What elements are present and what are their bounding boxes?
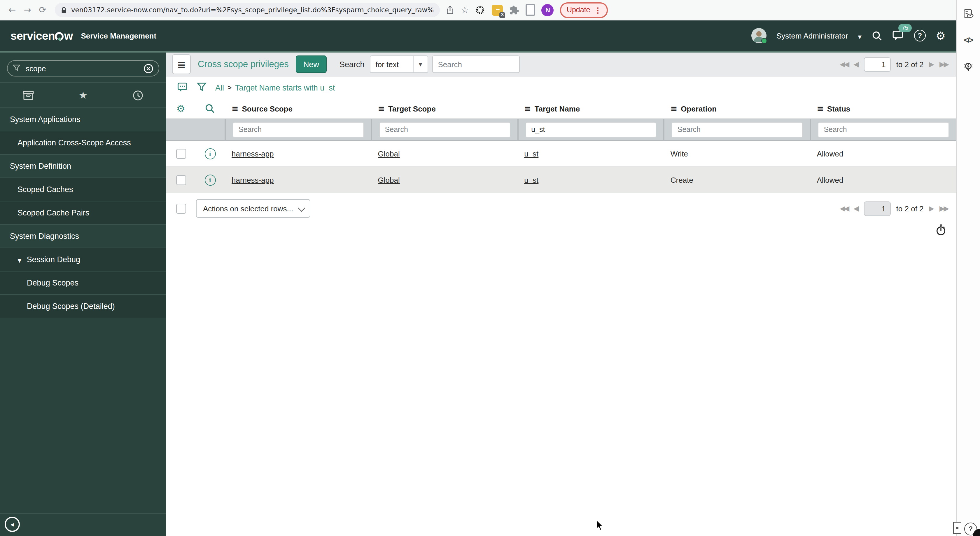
prev-page-icon[interactable]: ◀ — [853, 61, 859, 68]
row-range-label: to 2 of 2 — [896, 204, 924, 213]
sidebar-item-debug-scopes-detailed[interactable]: Debug Scopes (Detailed) — [0, 295, 166, 318]
target-scope-link[interactable]: Global — [378, 149, 400, 158]
sidebar-item-system-applications[interactable]: System Applications — [0, 108, 166, 131]
list-search-input[interactable] — [432, 56, 519, 73]
history-tab[interactable] — [133, 89, 144, 101]
column-header-operation[interactable]: Operation — [663, 99, 810, 118]
filter-operation-input[interactable] — [672, 122, 803, 137]
last-page-icon[interactable]: ▶▶ — [939, 205, 948, 212]
breadcrumb-all-link[interactable]: All — [215, 83, 224, 92]
reading-list-icon[interactable] — [957, 9, 980, 20]
new-button[interactable]: New — [296, 56, 327, 73]
operation-value: Write — [671, 149, 688, 158]
column-header-status[interactable]: Status — [810, 99, 956, 118]
row-checkbox[interactable] — [176, 148, 186, 158]
screenshot-extension-icon[interactable]: 3 — [492, 5, 503, 16]
last-page-icon[interactable]: ▶▶ — [939, 61, 948, 68]
row-checkbox[interactable] — [176, 175, 186, 185]
list-toolbar: Cross scope privileges New Search for te… — [166, 53, 956, 77]
list-context-menu-button[interactable] — [172, 54, 191, 74]
filter-target-name-input[interactable] — [525, 122, 657, 137]
dock-handle-icon[interactable] — [953, 522, 961, 534]
select-all-checkbox[interactable] — [176, 204, 186, 214]
sidebar-item-system-diagnostics[interactable]: System Diagnostics — [0, 225, 166, 248]
page-number-input[interactable] — [864, 201, 891, 216]
navigator-filter[interactable] — [7, 60, 159, 77]
filter-status-input[interactable] — [818, 122, 949, 137]
user-menu[interactable]: System Administrator — [776, 31, 848, 40]
list-pane: Cross scope privileges New Search for te… — [166, 53, 956, 536]
bookmark-star-icon[interactable] — [461, 5, 469, 15]
navigator-filter-input[interactable] — [24, 63, 139, 73]
help-icon[interactable] — [914, 30, 926, 41]
forward-icon[interactable]: → — [20, 5, 35, 15]
bulk-actions-select[interactable]: Actions on selected rows... — [196, 199, 310, 218]
filter-funnel-icon — [13, 64, 21, 73]
clear-filter-icon[interactable] — [143, 63, 153, 73]
list-settings-gear — [166, 99, 196, 118]
sidebar-item-debug-scopes[interactable]: Debug Scopes — [0, 271, 166, 295]
code-console-icon[interactable]: </> — [957, 36, 980, 45]
column-header-source-scope[interactable]: Source Scope — [224, 99, 371, 118]
sidebar-item-system-definition[interactable]: System Definition — [0, 155, 166, 178]
list-search-toggle[interactable] — [196, 99, 224, 118]
filter-builder-icon[interactable] — [197, 82, 207, 93]
search-type-select[interactable]: for text — [369, 56, 428, 73]
record-info-icon[interactable] — [204, 174, 216, 185]
response-time-icon[interactable] — [935, 223, 947, 236]
sidebar-item-application-cross-scope-access[interactable]: Application Cross-Scope Access — [0, 131, 166, 155]
url-text: ven03172.service-now.com/nav_to.do?uri=%… — [71, 6, 434, 14]
all-applications-tab[interactable] — [22, 90, 33, 100]
page-number-input[interactable] — [864, 57, 891, 72]
user-avatar[interactable] — [751, 28, 767, 43]
back-icon[interactable]: ← — [5, 5, 20, 15]
filter-source-scope-input[interactable] — [233, 122, 364, 137]
target-name-link[interactable]: u_st — [524, 175, 538, 184]
side-panel-icon[interactable] — [526, 4, 535, 16]
list-personalize-icon[interactable] — [177, 82, 188, 93]
prev-page-icon[interactable]: ◀ — [853, 205, 859, 212]
filter-row-lead — [166, 118, 224, 141]
source-scope-link[interactable]: harness-app — [232, 149, 274, 158]
chrome-update-button[interactable]: Update — [560, 2, 608, 18]
column-header-target-name[interactable]: Target Name — [517, 99, 663, 118]
next-page-icon[interactable]: ▶ — [929, 61, 934, 68]
conversations-icon[interactable]: 75 — [892, 30, 904, 41]
insight-lightbulb-icon[interactable] — [957, 61, 980, 73]
extensions-puzzle-icon[interactable] — [509, 5, 519, 15]
sidebar-item-session-debug[interactable]: Session Debug — [0, 248, 166, 271]
share-icon[interactable] — [445, 5, 454, 14]
browser-toolbar: ← → ⟳ ven03172.service-now.com/nav_to.do… — [0, 0, 956, 21]
source-scope-link[interactable]: harness-app — [232, 175, 274, 184]
list-title[interactable]: Cross scope privileges — [198, 59, 289, 70]
screen: ← → ⟳ ven03172.service-now.com/nav_to.do… — [0, 0, 980, 536]
collapse-sidebar-button[interactable] — [5, 517, 20, 532]
chevron-down-icon[interactable] — [858, 31, 862, 40]
settings-gear-icon[interactable] — [935, 29, 946, 42]
first-page-icon[interactable]: ◀◀ — [840, 205, 848, 212]
breadcrumb-filter-link[interactable]: Target Name starts with u_st — [235, 83, 335, 92]
favorites-tab[interactable] — [79, 89, 88, 101]
target-scope-link[interactable]: Global — [378, 175, 400, 184]
status-dot — [761, 38, 767, 44]
column-header-target-scope[interactable]: Target Scope — [371, 99, 517, 118]
next-page-icon[interactable]: ▶ — [929, 205, 934, 212]
lock-icon — [60, 6, 67, 14]
notification-badge: 75 — [898, 24, 912, 32]
reload-icon[interactable]: ⟳ — [35, 5, 50, 15]
sidebar-item-scoped-caches[interactable]: Scoped Caches — [0, 178, 166, 201]
filter-target-scope-input[interactable] — [379, 122, 511, 137]
column-gear-icon[interactable] — [177, 103, 186, 115]
mouse-cursor — [596, 520, 605, 531]
global-search-icon[interactable] — [872, 30, 883, 41]
address-bar[interactable]: ven03172.service-now.com/nav_to.do?uri=%… — [55, 3, 440, 17]
sidebar-item-scoped-cache-pairs[interactable]: Scoped Cache Pairs — [0, 201, 166, 225]
bottom-pagination: ◀◀ ◀ to 2 of 2 ▶ ▶▶ — [840, 201, 948, 216]
sidebar-footer — [0, 513, 166, 536]
record-info-icon[interactable] — [204, 148, 216, 159]
status-value: Allowed — [817, 175, 843, 184]
browser-profile-avatar[interactable]: N — [542, 4, 554, 16]
target-name-link[interactable]: u_st — [524, 149, 538, 158]
operation-value: Create — [671, 175, 693, 184]
first-page-icon[interactable]: ◀◀ — [840, 61, 848, 68]
